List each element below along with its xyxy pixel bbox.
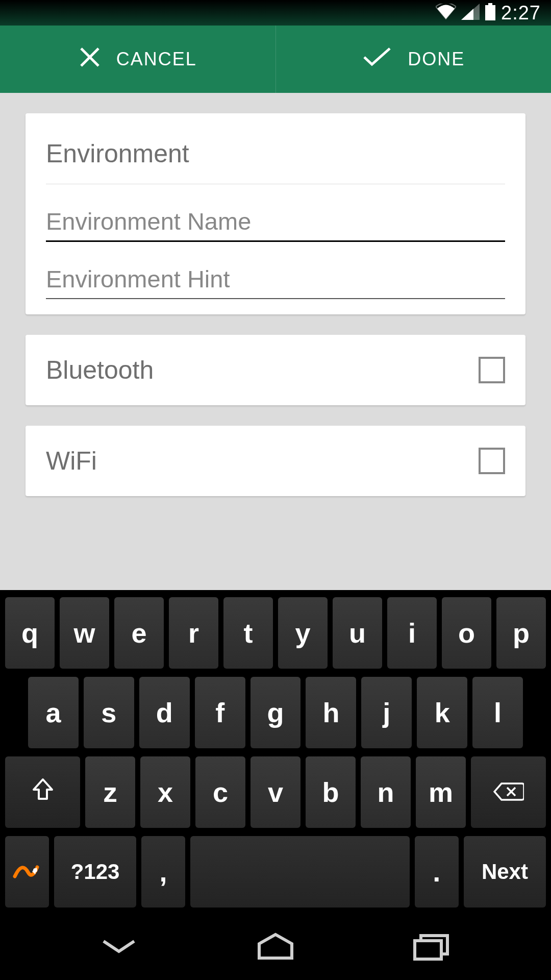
key-period[interactable]: .	[415, 836, 459, 908]
shift-icon	[31, 776, 55, 808]
inputs-wrapper	[46, 184, 505, 299]
key-s[interactable]: s	[84, 677, 134, 748]
action-bar: CANCEL DONE	[0, 26, 551, 93]
key-u[interactable]: u	[333, 597, 382, 669]
key-q[interactable]: q	[5, 597, 55, 669]
nav-back-button[interactable]	[88, 932, 149, 963]
svg-rect-0	[488, 3, 492, 5]
key-p[interactable]: p	[496, 597, 546, 669]
wifi-checkbox[interactable]	[479, 448, 505, 474]
swype-icon	[13, 856, 41, 888]
nav-recent-button[interactable]	[402, 932, 463, 963]
content-area: Environment Bluetooth WiFi	[0, 93, 551, 496]
status-bar: 2:27	[0, 0, 551, 26]
wifi-row[interactable]: WiFi	[26, 426, 525, 496]
cancel-button[interactable]: CANCEL	[0, 26, 276, 93]
key-shift[interactable]	[5, 756, 80, 828]
key-x[interactable]: x	[140, 756, 190, 828]
environment-name-input[interactable]	[46, 202, 505, 242]
key-space[interactable]	[190, 836, 410, 908]
keyboard-row-3: z x c v b n m	[5, 756, 546, 828]
key-e[interactable]: e	[114, 597, 164, 669]
check-icon	[362, 46, 392, 73]
key-next[interactable]: Next	[464, 836, 546, 908]
key-y[interactable]: y	[278, 597, 328, 669]
key-t[interactable]: t	[223, 597, 273, 669]
nav-home-button[interactable]	[245, 932, 306, 963]
bluetooth-label: Bluetooth	[46, 355, 154, 385]
key-i[interactable]: i	[387, 597, 437, 669]
key-n[interactable]: n	[361, 756, 411, 828]
bluetooth-checkbox[interactable]	[479, 357, 505, 383]
keyboard: q w e r t y u i o p a s d f g h j k l z …	[0, 590, 551, 915]
keyboard-row-1: q w e r t y u i o p	[5, 597, 546, 669]
status-icons: 2:27	[436, 2, 541, 24]
key-j[interactable]: j	[361, 677, 412, 748]
close-icon	[79, 46, 101, 73]
key-backspace[interactable]	[471, 756, 546, 828]
backspace-icon	[493, 776, 524, 808]
key-z[interactable]: z	[85, 756, 135, 828]
key-h[interactable]: h	[306, 677, 356, 748]
key-f[interactable]: f	[195, 677, 245, 748]
key-a[interactable]: a	[28, 677, 79, 748]
environment-hint-input[interactable]	[46, 260, 505, 299]
key-l[interactable]: l	[472, 677, 523, 748]
chevron-down-icon	[98, 936, 139, 959]
key-g[interactable]: g	[251, 677, 301, 748]
environment-title: Environment	[46, 129, 505, 184]
key-b[interactable]: b	[306, 756, 356, 828]
svg-rect-1	[485, 5, 495, 20]
status-time: 2:27	[501, 2, 541, 24]
svg-rect-7	[415, 941, 441, 959]
key-o[interactable]: o	[442, 597, 491, 669]
key-w[interactable]: w	[60, 597, 109, 669]
battery-icon	[485, 3, 496, 22]
environment-card: Environment	[26, 113, 525, 314]
key-d[interactable]: d	[139, 677, 190, 748]
recent-apps-icon	[412, 933, 453, 963]
done-button[interactable]: DONE	[276, 26, 552, 93]
key-m[interactable]: m	[416, 756, 466, 828]
key-r[interactable]: r	[169, 597, 218, 669]
keyboard-row-4: ?123 , . Next	[5, 836, 546, 908]
key-comma[interactable]: ,	[141, 836, 185, 908]
bluetooth-row[interactable]: Bluetooth	[26, 335, 525, 405]
key-swype[interactable]	[5, 836, 49, 908]
wifi-icon	[436, 4, 456, 22]
svg-point-6	[33, 868, 37, 872]
key-symbols[interactable]: ?123	[54, 836, 136, 908]
key-v[interactable]: v	[251, 756, 300, 828]
done-label: DONE	[408, 48, 465, 70]
signal-icon	[461, 4, 480, 22]
wifi-label: WiFi	[46, 446, 97, 476]
key-k[interactable]: k	[417, 677, 467, 748]
keyboard-row-2: a s d f g h j k l	[5, 677, 546, 748]
key-c[interactable]: c	[195, 756, 245, 828]
cancel-label: CANCEL	[116, 48, 197, 70]
navigation-bar	[0, 915, 551, 980]
home-icon	[255, 933, 296, 963]
